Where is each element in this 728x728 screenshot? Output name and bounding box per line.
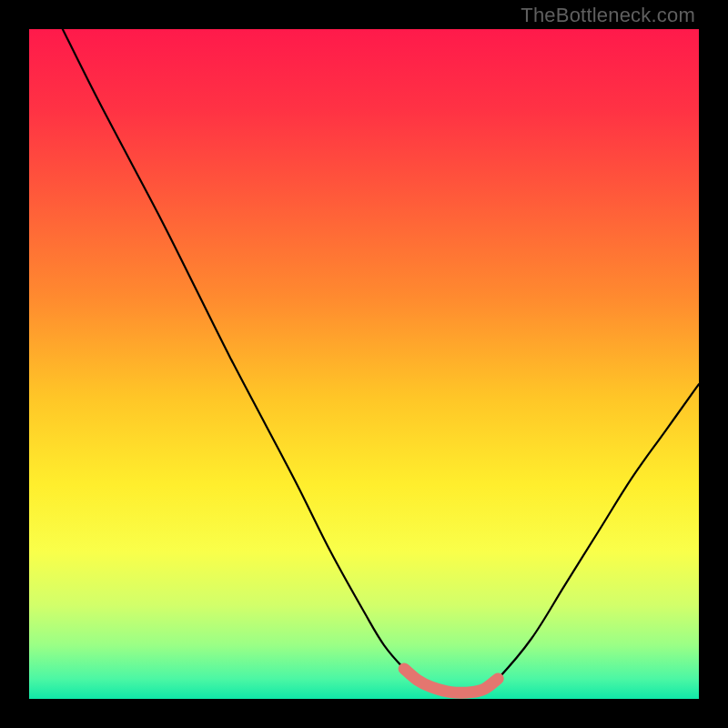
chart-svg	[29, 29, 699, 699]
outer-frame: TheBottleneck.com	[0, 0, 728, 728]
gradient-background	[29, 29, 699, 699]
plot-area	[29, 29, 699, 699]
watermark-text: TheBottleneck.com	[521, 4, 695, 27]
